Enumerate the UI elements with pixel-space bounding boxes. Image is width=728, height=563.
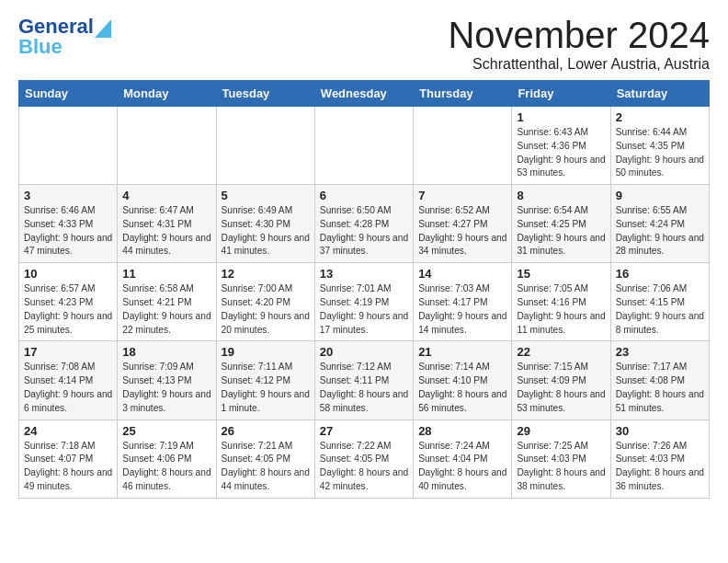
- table-cell: 22Sunrise: 7:15 AM Sunset: 4:09 PM Dayli…: [512, 341, 610, 419]
- cell-info: Sunrise: 6:50 AM Sunset: 4:28 PM Dayligh…: [320, 204, 408, 259]
- day-number: 13: [320, 267, 408, 281]
- table-cell: 13Sunrise: 7:01 AM Sunset: 4:19 PM Dayli…: [314, 263, 413, 341]
- subtitle: Schrattenthal, Lower Austria, Austria: [448, 56, 710, 73]
- cell-info: Sunrise: 7:24 AM Sunset: 4:04 PM Dayligh…: [418, 440, 506, 494]
- cell-info: Sunrise: 6:55 AM Sunset: 4:24 PM Dayligh…: [616, 204, 704, 259]
- cell-info: Sunrise: 7:05 AM Sunset: 4:16 PM Dayligh…: [517, 282, 605, 337]
- table-cell: 12Sunrise: 7:00 AM Sunset: 4:20 PM Dayli…: [216, 263, 314, 341]
- table-cell: 9Sunrise: 6:55 AM Sunset: 4:24 PM Daylig…: [610, 185, 709, 263]
- cell-info: Sunrise: 7:00 AM Sunset: 4:20 PM Dayligh…: [222, 282, 310, 337]
- day-number: 28: [418, 424, 506, 438]
- header-wednesday: Wednesday: [314, 81, 413, 107]
- week-row-4: 17Sunrise: 7:08 AM Sunset: 4:14 PM Dayli…: [19, 341, 710, 419]
- day-number: 23: [616, 345, 704, 359]
- table-cell: 18Sunrise: 7:09 AM Sunset: 4:13 PM Dayli…: [118, 341, 216, 419]
- cell-info: Sunrise: 6:44 AM Sunset: 4:35 PM Dayligh…: [616, 126, 704, 180]
- header-sunday: Sunday: [19, 81, 118, 107]
- cell-info: Sunrise: 7:12 AM Sunset: 4:11 PM Dayligh…: [320, 361, 408, 415]
- calendar-body: 1Sunrise: 6:43 AM Sunset: 4:36 PM Daylig…: [19, 107, 710, 499]
- page-container: General Blue November 2024 Schrattenthal…: [0, 0, 728, 513]
- title-block: November 2024 Schrattenthal, Lower Austr…: [448, 15, 710, 73]
- day-number: 30: [616, 424, 704, 438]
- cell-info: Sunrise: 7:06 AM Sunset: 4:15 PM Dayligh…: [616, 282, 704, 337]
- day-number: 26: [222, 424, 310, 438]
- cell-info: Sunrise: 6:43 AM Sunset: 4:36 PM Dayligh…: [517, 126, 605, 180]
- day-number: 29: [517, 424, 605, 438]
- day-number: 20: [320, 345, 408, 359]
- table-cell: 11Sunrise: 6:58 AM Sunset: 4:21 PM Dayli…: [118, 263, 216, 341]
- table-cell: 27Sunrise: 7:22 AM Sunset: 4:05 PM Dayli…: [314, 419, 413, 498]
- table-cell: 6Sunrise: 6:50 AM Sunset: 4:28 PM Daylig…: [314, 185, 413, 263]
- cell-info: Sunrise: 7:09 AM Sunset: 4:13 PM Dayligh…: [122, 361, 210, 415]
- header-thursday: Thursday: [414, 81, 512, 107]
- table-cell: 17Sunrise: 7:08 AM Sunset: 4:14 PM Dayli…: [19, 341, 118, 419]
- table-cell: 8Sunrise: 6:54 AM Sunset: 4:25 PM Daylig…: [512, 185, 610, 263]
- day-number: 3: [24, 189, 112, 202]
- cell-info: Sunrise: 6:52 AM Sunset: 4:27 PM Dayligh…: [418, 204, 506, 259]
- cell-info: Sunrise: 7:26 AM Sunset: 4:03 PM Dayligh…: [616, 440, 704, 494]
- cell-info: Sunrise: 7:17 AM Sunset: 4:08 PM Dayligh…: [616, 361, 704, 415]
- cell-info: Sunrise: 7:03 AM Sunset: 4:17 PM Dayligh…: [418, 282, 506, 337]
- table-cell: 15Sunrise: 7:05 AM Sunset: 4:16 PM Dayli…: [512, 263, 610, 341]
- cell-info: Sunrise: 7:11 AM Sunset: 4:12 PM Dayligh…: [222, 361, 310, 415]
- month-title: November 2024: [448, 15, 710, 56]
- table-cell: 19Sunrise: 7:11 AM Sunset: 4:12 PM Dayli…: [216, 341, 314, 419]
- day-number: 8: [517, 189, 605, 202]
- table-cell: 1Sunrise: 6:43 AM Sunset: 4:36 PM Daylig…: [512, 107, 610, 185]
- svg-marker-0: [95, 19, 111, 38]
- logo-triangle-icon: [95, 19, 111, 38]
- day-number: 16: [616, 267, 704, 281]
- day-number: 18: [122, 345, 210, 359]
- table-cell: 20Sunrise: 7:12 AM Sunset: 4:11 PM Dayli…: [314, 341, 413, 419]
- day-number: 15: [517, 267, 605, 281]
- day-number: 21: [418, 345, 506, 359]
- table-cell: [19, 107, 118, 185]
- day-number: 14: [418, 267, 506, 281]
- header-saturday: Saturday: [610, 81, 709, 107]
- table-cell: 24Sunrise: 7:18 AM Sunset: 4:07 PM Dayli…: [19, 419, 118, 498]
- cell-info: Sunrise: 7:18 AM Sunset: 4:07 PM Dayligh…: [24, 440, 112, 494]
- cell-info: Sunrise: 7:01 AM Sunset: 4:19 PM Dayligh…: [320, 282, 408, 337]
- cell-info: Sunrise: 7:15 AM Sunset: 4:09 PM Dayligh…: [517, 361, 605, 415]
- table-cell: 29Sunrise: 7:25 AM Sunset: 4:03 PM Dayli…: [512, 419, 610, 498]
- table-cell: 2Sunrise: 6:44 AM Sunset: 4:35 PM Daylig…: [610, 107, 709, 185]
- table-cell: 4Sunrise: 6:47 AM Sunset: 4:31 PM Daylig…: [118, 185, 216, 263]
- table-cell: 25Sunrise: 7:19 AM Sunset: 4:06 PM Dayli…: [118, 419, 216, 498]
- logo: General Blue: [18, 15, 111, 59]
- cell-info: Sunrise: 6:46 AM Sunset: 4:33 PM Dayligh…: [24, 204, 112, 259]
- header-monday: Monday: [118, 81, 216, 107]
- week-row-1: 1Sunrise: 6:43 AM Sunset: 4:36 PM Daylig…: [19, 107, 710, 185]
- day-number: 22: [517, 345, 605, 359]
- table-cell: 26Sunrise: 7:21 AM Sunset: 4:05 PM Dayli…: [216, 419, 314, 498]
- cell-info: Sunrise: 6:57 AM Sunset: 4:23 PM Dayligh…: [24, 282, 112, 337]
- table-cell: 10Sunrise: 6:57 AM Sunset: 4:23 PM Dayli…: [19, 263, 118, 341]
- day-number: 6: [320, 189, 408, 202]
- header-friday: Friday: [512, 81, 610, 107]
- table-cell: 3Sunrise: 6:46 AM Sunset: 4:33 PM Daylig…: [19, 185, 118, 263]
- day-number: 10: [24, 267, 112, 281]
- page-header: General Blue November 2024 Schrattenthal…: [18, 15, 710, 73]
- day-number: 4: [122, 189, 210, 202]
- week-row-5: 24Sunrise: 7:18 AM Sunset: 4:07 PM Dayli…: [19, 419, 710, 498]
- day-number: 12: [222, 267, 310, 281]
- day-number: 9: [616, 189, 704, 202]
- cell-info: Sunrise: 7:22 AM Sunset: 4:05 PM Dayligh…: [320, 440, 408, 494]
- day-number: 11: [122, 267, 210, 281]
- table-cell: 7Sunrise: 6:52 AM Sunset: 4:27 PM Daylig…: [414, 185, 512, 263]
- table-cell: [314, 107, 413, 185]
- day-number: 27: [320, 424, 408, 438]
- cell-info: Sunrise: 7:14 AM Sunset: 4:10 PM Dayligh…: [418, 361, 506, 415]
- header-row: SundayMondayTuesdayWednesdayThursdayFrid…: [19, 81, 710, 107]
- table-cell: 14Sunrise: 7:03 AM Sunset: 4:17 PM Dayli…: [414, 263, 512, 341]
- cell-info: Sunrise: 7:21 AM Sunset: 4:05 PM Dayligh…: [222, 440, 310, 494]
- cell-info: Sunrise: 6:47 AM Sunset: 4:31 PM Dayligh…: [122, 204, 210, 259]
- day-number: 7: [418, 189, 506, 202]
- table-cell: [118, 107, 216, 185]
- logo-blue: Blue: [18, 35, 63, 59]
- day-number: 24: [24, 424, 112, 438]
- day-number: 25: [122, 424, 210, 438]
- cell-info: Sunrise: 7:08 AM Sunset: 4:14 PM Dayligh…: [24, 361, 112, 415]
- week-row-2: 3Sunrise: 6:46 AM Sunset: 4:33 PM Daylig…: [19, 185, 710, 263]
- table-cell: 5Sunrise: 6:49 AM Sunset: 4:30 PM Daylig…: [216, 185, 314, 263]
- table-cell: [414, 107, 512, 185]
